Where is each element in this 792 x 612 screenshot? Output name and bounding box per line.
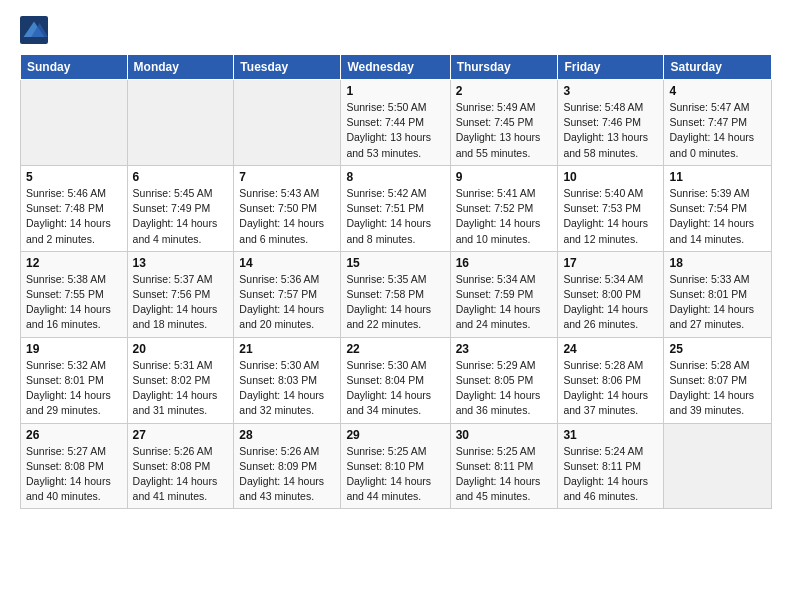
calendar-cell: 20Sunrise: 5:31 AMSunset: 8:02 PMDayligh… bbox=[127, 337, 234, 423]
day-number: 11 bbox=[669, 170, 766, 184]
calendar-week-row: 5Sunrise: 5:46 AMSunset: 7:48 PMDaylight… bbox=[21, 165, 772, 251]
calendar-cell: 29Sunrise: 5:25 AMSunset: 8:10 PMDayligh… bbox=[341, 423, 450, 509]
calendar-cell: 6Sunrise: 5:45 AMSunset: 7:49 PMDaylight… bbox=[127, 165, 234, 251]
calendar-cell: 16Sunrise: 5:34 AMSunset: 7:59 PMDayligh… bbox=[450, 251, 558, 337]
calendar-table: SundayMondayTuesdayWednesdayThursdayFrid… bbox=[20, 54, 772, 509]
day-number: 20 bbox=[133, 342, 229, 356]
day-number: 19 bbox=[26, 342, 122, 356]
day-info: Sunrise: 5:27 AMSunset: 8:08 PMDaylight:… bbox=[26, 444, 122, 505]
calendar-cell: 14Sunrise: 5:36 AMSunset: 7:57 PMDayligh… bbox=[234, 251, 341, 337]
calendar-cell: 4Sunrise: 5:47 AMSunset: 7:47 PMDaylight… bbox=[664, 80, 772, 166]
day-number: 31 bbox=[563, 428, 658, 442]
calendar-cell: 23Sunrise: 5:29 AMSunset: 8:05 PMDayligh… bbox=[450, 337, 558, 423]
day-info: Sunrise: 5:37 AMSunset: 7:56 PMDaylight:… bbox=[133, 272, 229, 333]
day-number: 27 bbox=[133, 428, 229, 442]
day-number: 8 bbox=[346, 170, 444, 184]
weekday-header: Thursday bbox=[450, 55, 558, 80]
day-info: Sunrise: 5:45 AMSunset: 7:49 PMDaylight:… bbox=[133, 186, 229, 247]
day-info: Sunrise: 5:25 AMSunset: 8:11 PMDaylight:… bbox=[456, 444, 553, 505]
calendar-cell: 31Sunrise: 5:24 AMSunset: 8:11 PMDayligh… bbox=[558, 423, 664, 509]
logo-icon bbox=[20, 16, 48, 44]
day-number: 14 bbox=[239, 256, 335, 270]
calendar-week-row: 26Sunrise: 5:27 AMSunset: 8:08 PMDayligh… bbox=[21, 423, 772, 509]
day-info: Sunrise: 5:34 AMSunset: 7:59 PMDaylight:… bbox=[456, 272, 553, 333]
day-info: Sunrise: 5:36 AMSunset: 7:57 PMDaylight:… bbox=[239, 272, 335, 333]
day-info: Sunrise: 5:26 AMSunset: 8:09 PMDaylight:… bbox=[239, 444, 335, 505]
calendar-cell bbox=[234, 80, 341, 166]
calendar-cell: 7Sunrise: 5:43 AMSunset: 7:50 PMDaylight… bbox=[234, 165, 341, 251]
weekday-header: Wednesday bbox=[341, 55, 450, 80]
day-number: 26 bbox=[26, 428, 122, 442]
day-number: 15 bbox=[346, 256, 444, 270]
calendar-cell: 28Sunrise: 5:26 AMSunset: 8:09 PMDayligh… bbox=[234, 423, 341, 509]
calendar-cell: 3Sunrise: 5:48 AMSunset: 7:46 PMDaylight… bbox=[558, 80, 664, 166]
day-number: 2 bbox=[456, 84, 553, 98]
weekday-header: Monday bbox=[127, 55, 234, 80]
day-number: 1 bbox=[346, 84, 444, 98]
day-info: Sunrise: 5:49 AMSunset: 7:45 PMDaylight:… bbox=[456, 100, 553, 161]
calendar-cell: 15Sunrise: 5:35 AMSunset: 7:58 PMDayligh… bbox=[341, 251, 450, 337]
weekday-header: Sunday bbox=[21, 55, 128, 80]
day-info: Sunrise: 5:46 AMSunset: 7:48 PMDaylight:… bbox=[26, 186, 122, 247]
day-number: 16 bbox=[456, 256, 553, 270]
calendar-cell: 5Sunrise: 5:46 AMSunset: 7:48 PMDaylight… bbox=[21, 165, 128, 251]
day-info: Sunrise: 5:35 AMSunset: 7:58 PMDaylight:… bbox=[346, 272, 444, 333]
day-number: 12 bbox=[26, 256, 122, 270]
calendar-week-row: 12Sunrise: 5:38 AMSunset: 7:55 PMDayligh… bbox=[21, 251, 772, 337]
calendar-cell bbox=[664, 423, 772, 509]
calendar-week-row: 1Sunrise: 5:50 AMSunset: 7:44 PMDaylight… bbox=[21, 80, 772, 166]
day-number: 13 bbox=[133, 256, 229, 270]
calendar-header: SundayMondayTuesdayWednesdayThursdayFrid… bbox=[21, 55, 772, 80]
day-info: Sunrise: 5:30 AMSunset: 8:03 PMDaylight:… bbox=[239, 358, 335, 419]
day-number: 22 bbox=[346, 342, 444, 356]
calendar-cell: 21Sunrise: 5:30 AMSunset: 8:03 PMDayligh… bbox=[234, 337, 341, 423]
calendar-cell: 27Sunrise: 5:26 AMSunset: 8:08 PMDayligh… bbox=[127, 423, 234, 509]
day-info: Sunrise: 5:43 AMSunset: 7:50 PMDaylight:… bbox=[239, 186, 335, 247]
day-number: 5 bbox=[26, 170, 122, 184]
page: SundayMondayTuesdayWednesdayThursdayFrid… bbox=[0, 0, 792, 525]
day-info: Sunrise: 5:29 AMSunset: 8:05 PMDaylight:… bbox=[456, 358, 553, 419]
day-number: 3 bbox=[563, 84, 658, 98]
day-number: 18 bbox=[669, 256, 766, 270]
day-number: 10 bbox=[563, 170, 658, 184]
weekday-header: Tuesday bbox=[234, 55, 341, 80]
weekday-header: Saturday bbox=[664, 55, 772, 80]
day-number: 4 bbox=[669, 84, 766, 98]
day-number: 28 bbox=[239, 428, 335, 442]
day-info: Sunrise: 5:34 AMSunset: 8:00 PMDaylight:… bbox=[563, 272, 658, 333]
calendar-cell: 12Sunrise: 5:38 AMSunset: 7:55 PMDayligh… bbox=[21, 251, 128, 337]
day-info: Sunrise: 5:33 AMSunset: 8:01 PMDaylight:… bbox=[669, 272, 766, 333]
calendar-cell: 18Sunrise: 5:33 AMSunset: 8:01 PMDayligh… bbox=[664, 251, 772, 337]
day-info: Sunrise: 5:38 AMSunset: 7:55 PMDaylight:… bbox=[26, 272, 122, 333]
day-number: 21 bbox=[239, 342, 335, 356]
day-info: Sunrise: 5:25 AMSunset: 8:10 PMDaylight:… bbox=[346, 444, 444, 505]
calendar-week-row: 19Sunrise: 5:32 AMSunset: 8:01 PMDayligh… bbox=[21, 337, 772, 423]
calendar-cell: 2Sunrise: 5:49 AMSunset: 7:45 PMDaylight… bbox=[450, 80, 558, 166]
calendar-cell: 8Sunrise: 5:42 AMSunset: 7:51 PMDaylight… bbox=[341, 165, 450, 251]
day-info: Sunrise: 5:28 AMSunset: 8:06 PMDaylight:… bbox=[563, 358, 658, 419]
calendar-cell: 11Sunrise: 5:39 AMSunset: 7:54 PMDayligh… bbox=[664, 165, 772, 251]
day-number: 24 bbox=[563, 342, 658, 356]
day-info: Sunrise: 5:31 AMSunset: 8:02 PMDaylight:… bbox=[133, 358, 229, 419]
calendar-cell: 10Sunrise: 5:40 AMSunset: 7:53 PMDayligh… bbox=[558, 165, 664, 251]
calendar-cell: 24Sunrise: 5:28 AMSunset: 8:06 PMDayligh… bbox=[558, 337, 664, 423]
day-info: Sunrise: 5:50 AMSunset: 7:44 PMDaylight:… bbox=[346, 100, 444, 161]
calendar-cell: 9Sunrise: 5:41 AMSunset: 7:52 PMDaylight… bbox=[450, 165, 558, 251]
calendar-cell: 22Sunrise: 5:30 AMSunset: 8:04 PMDayligh… bbox=[341, 337, 450, 423]
day-number: 17 bbox=[563, 256, 658, 270]
calendar-cell: 30Sunrise: 5:25 AMSunset: 8:11 PMDayligh… bbox=[450, 423, 558, 509]
day-number: 29 bbox=[346, 428, 444, 442]
day-info: Sunrise: 5:28 AMSunset: 8:07 PMDaylight:… bbox=[669, 358, 766, 419]
calendar-cell: 26Sunrise: 5:27 AMSunset: 8:08 PMDayligh… bbox=[21, 423, 128, 509]
calendar-cell bbox=[21, 80, 128, 166]
calendar-cell: 13Sunrise: 5:37 AMSunset: 7:56 PMDayligh… bbox=[127, 251, 234, 337]
day-info: Sunrise: 5:32 AMSunset: 8:01 PMDaylight:… bbox=[26, 358, 122, 419]
calendar-cell: 1Sunrise: 5:50 AMSunset: 7:44 PMDaylight… bbox=[341, 80, 450, 166]
day-number: 30 bbox=[456, 428, 553, 442]
day-number: 7 bbox=[239, 170, 335, 184]
day-info: Sunrise: 5:24 AMSunset: 8:11 PMDaylight:… bbox=[563, 444, 658, 505]
day-info: Sunrise: 5:30 AMSunset: 8:04 PMDaylight:… bbox=[346, 358, 444, 419]
header bbox=[20, 16, 772, 44]
calendar-body: 1Sunrise: 5:50 AMSunset: 7:44 PMDaylight… bbox=[21, 80, 772, 509]
calendar-cell: 25Sunrise: 5:28 AMSunset: 8:07 PMDayligh… bbox=[664, 337, 772, 423]
